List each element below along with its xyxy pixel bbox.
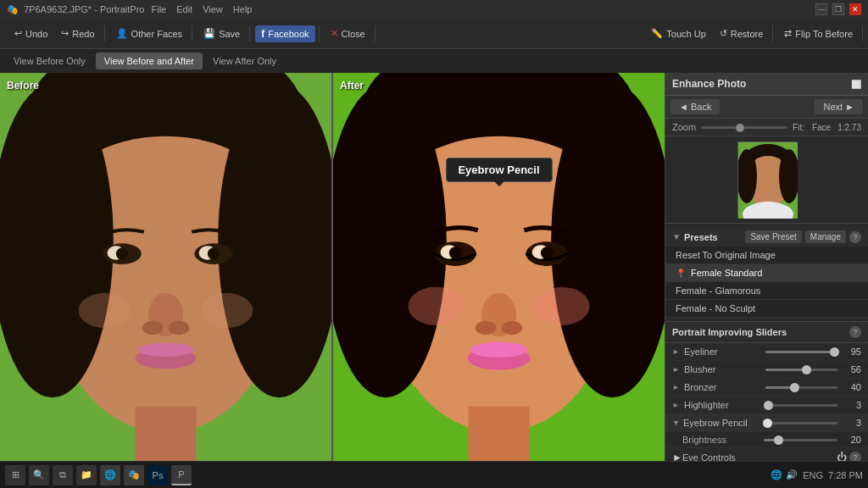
svg-point-15 xyxy=(169,321,190,335)
svg-point-18 xyxy=(79,293,131,328)
close-x-icon: ✕ xyxy=(331,28,338,39)
preset-item-glamorous[interactable]: Female - Glamorous xyxy=(665,282,868,300)
thumbnail-area xyxy=(665,136,868,224)
other-faces-button[interactable]: 👤 Other Faces xyxy=(110,25,189,42)
portraits-app-icon[interactable]: 🎭 xyxy=(124,465,144,485)
portraitpro-icon[interactable]: P xyxy=(171,465,192,485)
presets-help-icon[interactable]: ? xyxy=(849,231,861,243)
highlighter-expand[interactable]: ► xyxy=(672,401,681,409)
bronzer-track[interactable] xyxy=(765,386,837,389)
file-menu[interactable]: File xyxy=(151,4,166,14)
preset-item-female-standard[interactable]: 📍 Female Standard xyxy=(665,264,868,282)
back-button[interactable]: ◄ Back xyxy=(670,99,720,114)
next-button[interactable]: Next ► xyxy=(815,99,863,114)
eyeliner-expand[interactable]: ► xyxy=(672,347,681,356)
thumbnail-svg xyxy=(738,142,798,219)
touch-up-button[interactable]: ✏️ Touch Up xyxy=(645,25,711,42)
task-view-icon[interactable]: ⧉ xyxy=(53,465,73,485)
eye-controls-expand[interactable]: ► xyxy=(672,452,682,461)
undo-button[interactable]: ↩ Undo xyxy=(8,25,53,42)
svg-point-37 xyxy=(502,321,523,335)
redo-button[interactable]: ↪ Redo xyxy=(55,25,100,42)
facebook-button[interactable]: f Facebook xyxy=(255,25,314,42)
eyebrow-pencil-thumb[interactable] xyxy=(763,419,772,428)
blusher-expand[interactable]: ► xyxy=(672,365,681,374)
chrome-icon[interactable]: 🌐 xyxy=(100,465,120,485)
taskbar-left: ⊞ 🔍 ⧉ 📁 🌐 🎭 Ps P xyxy=(5,465,192,485)
clock: 7:28 PM xyxy=(828,470,863,480)
blusher-track[interactable] xyxy=(765,369,837,371)
eye-controls-power-icon[interactable]: ⏻ xyxy=(837,452,847,461)
blusher-thumb[interactable] xyxy=(802,365,811,374)
right-panel: Enhance Photo ⬜ ◄ Back Next ► Zoom Fit: … xyxy=(665,73,868,461)
main: Before xyxy=(0,73,868,461)
sliders-section: Portrait Improving Sliders ? ► Eyeliner … xyxy=(665,322,868,461)
zoom-thumb xyxy=(736,124,744,132)
image-panels: Before xyxy=(0,73,665,461)
minimize-button[interactable]: — xyxy=(815,3,827,15)
help-menu[interactable]: Help xyxy=(233,4,253,14)
volume-icon: 🔊 xyxy=(786,469,798,480)
eyebrow-pencil-expand[interactable]: ▼ xyxy=(672,419,680,427)
save-preset-button[interactable]: Save Preset xyxy=(745,230,801,243)
search-icon[interactable]: 🔍 xyxy=(29,465,49,485)
flip-group: ⇄ Flip To Before xyxy=(775,25,863,42)
bronzer-value: 40 xyxy=(843,382,861,392)
manage-button[interactable]: Manage xyxy=(805,230,846,243)
edit-menu[interactable]: Edit xyxy=(176,4,192,14)
zoom-face-label: Face xyxy=(812,123,831,132)
eyeliner-track[interactable] xyxy=(765,351,837,353)
app-title: 7P6A9632.JPG* - PortraitPro xyxy=(24,4,144,14)
brightness-track[interactable] xyxy=(764,439,837,441)
start-button[interactable]: ⊞ xyxy=(5,465,25,485)
blusher-value: 56 xyxy=(843,364,861,374)
system-tray: 🌐 🔊 xyxy=(771,469,798,480)
facebook-icon: f xyxy=(261,28,264,40)
svg-point-19 xyxy=(201,293,253,328)
titlebar-menu: File Edit View Help xyxy=(151,4,815,14)
preset-list: Reset To Original Image 📍 Female Standar… xyxy=(665,247,868,318)
maximize-button[interactable]: ❐ xyxy=(832,3,844,15)
eyebrow-pencil-track[interactable] xyxy=(765,422,837,424)
tab-after-only[interactable]: View After Only xyxy=(204,53,285,69)
close-group: ✕ Close xyxy=(321,25,376,42)
eyebrow-pencil-label: Eyebrow Pencil xyxy=(683,418,760,428)
facebook-group: f Facebook xyxy=(252,25,319,42)
flip-button[interactable]: ⇄ Flip To Before xyxy=(778,25,859,42)
tab-before-after[interactable]: View Before and After xyxy=(96,53,203,69)
after-label: After xyxy=(340,80,364,92)
close-button[interactable]: ✕ xyxy=(849,3,861,15)
highlighter-track[interactable] xyxy=(765,404,837,407)
blusher-fill xyxy=(765,369,806,371)
zoom-slider[interactable] xyxy=(701,126,787,129)
close-button[interactable]: ✕ Close xyxy=(325,25,371,42)
slider-row-eyeliner: ► Eyeliner 95 xyxy=(665,343,868,361)
bronzer-thumb[interactable] xyxy=(790,383,799,392)
preset-item-reset[interactable]: Reset To Original Image xyxy=(665,247,868,264)
presets-section: ▼ Presets Save Preset Manage ? Reset To … xyxy=(665,224,868,322)
view-menu[interactable]: View xyxy=(203,4,223,14)
restore-button[interactable]: ↺ Restore xyxy=(714,25,770,42)
slider-row-brightness: Brightness 20 xyxy=(665,432,868,448)
slider-row-bronzer: ► Bronzer 40 xyxy=(665,379,868,396)
sliders-help-icon[interactable]: ? xyxy=(849,326,861,338)
slider-row-blusher: ► Blusher 56 xyxy=(665,361,868,379)
eye-controls-label: Eye Controls xyxy=(682,452,837,461)
preset-item-nosculpt[interactable]: Female - No Sculpt xyxy=(665,300,868,318)
tab-before-only[interactable]: View Before Only xyxy=(5,53,94,69)
slider-row-eyebrow-pencil: ▼ Eyebrow Pencil 3 xyxy=(665,414,868,432)
photoshop-icon[interactable]: Ps xyxy=(147,465,168,485)
presets-header[interactable]: ▼ Presets Save Preset Manage ? xyxy=(665,227,868,247)
eyeliner-thumb[interactable] xyxy=(830,347,839,357)
eyeliner-fill xyxy=(765,351,834,353)
other-faces-group: 👤 Other Faces xyxy=(107,25,193,42)
file-explorer-icon[interactable]: 📁 xyxy=(76,465,97,485)
brightness-thumb[interactable] xyxy=(774,435,783,445)
eye-controls-help-icon[interactable]: ? xyxy=(849,452,861,461)
highlighter-thumb[interactable] xyxy=(764,401,773,410)
save-button[interactable]: 💾 Save xyxy=(198,25,246,42)
bronzer-expand[interactable]: ► xyxy=(672,383,681,391)
brightness-label: Brightness xyxy=(682,435,759,445)
enhance-title: Enhance Photo xyxy=(672,78,746,90)
maximize-icon[interactable]: ⬜ xyxy=(851,80,861,89)
